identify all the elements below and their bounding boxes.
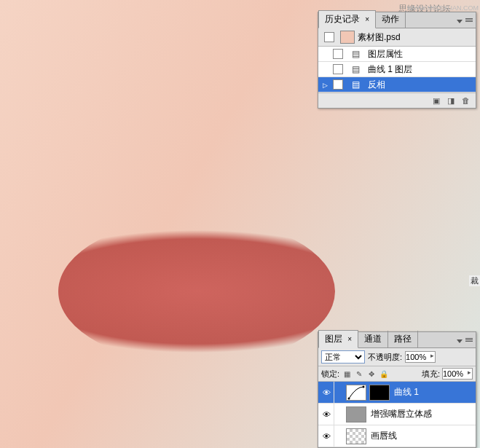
- history-item[interactable]: ▤ 曲线 1 图层: [318, 62, 476, 77]
- source-doc-name: 素材图.psd: [358, 31, 401, 44]
- lock-position-icon[interactable]: ✥: [366, 369, 377, 379]
- layers-options-row: 正常 不透明度:: [318, 348, 476, 366]
- menu-arrow-icon: [457, 339, 463, 343]
- lock-all-icon[interactable]: 🔒: [379, 369, 389, 379]
- tab-layers-label: 图层: [325, 334, 342, 344]
- svg-point-0: [348, 397, 350, 399]
- history-brush-checkbox[interactable]: [333, 64, 343, 74]
- lock-pixels-icon[interactable]: ✎: [354, 369, 364, 379]
- history-source-row[interactable]: 素材图.psd: [318, 28, 476, 47]
- history-item[interactable]: ▤ 反相: [318, 77, 476, 93]
- history-item-label: 曲线 1 图层: [365, 63, 474, 76]
- curves-icon: [347, 385, 365, 400]
- layer-list: 👁 曲线 1 👁 增强嘴唇立体感 👁 画唇线: [318, 382, 476, 447]
- lock-transparency-icon[interactable]: ▦: [342, 369, 352, 379]
- layer-name[interactable]: 曲线 1: [391, 386, 474, 398]
- layer-item[interactable]: 👁 增强嘴唇立体感: [318, 404, 476, 425]
- tab-close-icon[interactable]: ×: [365, 15, 369, 23]
- layer-item[interactable]: 👁 画唇线: [318, 425, 476, 447]
- lock-label: 锁定:: [321, 369, 339, 380]
- tab-channels[interactable]: 通道: [358, 331, 388, 347]
- curves-adjustment-thumbnail[interactable]: [346, 385, 366, 401]
- tab-layers[interactable]: 图层 ×: [318, 330, 358, 348]
- new-document-from-state-icon[interactable]: ▣: [430, 95, 442, 106]
- canvas-photo: [58, 219, 335, 364]
- history-panel-footer: ▣ ◨ 🗑: [318, 93, 476, 108]
- blend-mode-select[interactable]: 正常: [321, 350, 365, 363]
- layer-thumbnail[interactable]: [346, 428, 366, 444]
- curves-layer-icon: ▤: [346, 64, 365, 74]
- source-thumbnail: [340, 31, 355, 44]
- history-item[interactable]: ▤ 图层属性: [318, 47, 476, 62]
- fill-input[interactable]: [442, 368, 473, 380]
- layer-visibility-toggle[interactable]: 👁: [320, 404, 334, 425]
- tab-actions[interactable]: 动作: [376, 11, 406, 28]
- tab-close-icon[interactable]: ×: [347, 335, 352, 343]
- cropped-panel-label: 裁: [469, 275, 480, 286]
- tab-history-label: 历史记录: [325, 14, 360, 24]
- history-list: ▤ 图层属性 ▤ 曲线 1 图层 ▤ 反相: [318, 47, 476, 93]
- tab-channels-label: 通道: [364, 334, 382, 344]
- tab-actions-label: 动作: [382, 14, 399, 24]
- opacity-input[interactable]: [405, 351, 436, 363]
- history-brush-checkbox[interactable]: [333, 49, 343, 59]
- layer-mask-thumbnail[interactable]: [369, 385, 390, 401]
- menu-lines-icon: [465, 338, 473, 346]
- watermark-url: WWW.MISSYUAN.COM: [407, 4, 479, 12]
- lock-row: 锁定: ▦ ✎ ✥ 🔒 填充:: [318, 366, 476, 382]
- history-item-label: 反相: [365, 79, 474, 91]
- layers-panel: 图层 × 通道 路径 正常 不透明度: 锁定: ▦ ✎ ✥ 🔒 填充:: [318, 331, 476, 448]
- tab-paths[interactable]: 路径: [388, 331, 418, 347]
- svg-point-1: [363, 385, 365, 388]
- fill-label: 填充:: [422, 369, 440, 380]
- history-brush-checkbox[interactable]: [333, 79, 343, 90]
- layer-name[interactable]: 增强嘴唇立体感: [368, 408, 474, 420]
- history-source-checkbox[interactable]: [324, 32, 334, 42]
- history-panel-tabs: 历史记录 × 动作: [318, 12, 476, 28]
- layers-panel-tabs: 图层 × 通道 路径: [318, 332, 476, 348]
- layer-item[interactable]: 👁 曲线 1: [318, 382, 476, 404]
- panel-menu-button[interactable]: [452, 15, 476, 28]
- menu-lines-icon: [465, 18, 473, 26]
- layer-properties-icon: ▤: [346, 49, 365, 59]
- menu-arrow-icon: [457, 20, 463, 23]
- tab-paths-label: 路径: [394, 334, 412, 344]
- delete-state-icon[interactable]: 🗑: [460, 95, 471, 106]
- layer-visibility-toggle[interactable]: 👁: [320, 425, 334, 447]
- layer-thumbnail[interactable]: [346, 406, 366, 423]
- layer-visibility-toggle[interactable]: 👁: [320, 382, 334, 403]
- layer-name[interactable]: 画唇线: [368, 430, 474, 442]
- history-panel: 历史记录 × 动作 素材图.psd ▤ 图层属性 ▤ 曲线 1 图层: [318, 12, 476, 109]
- tab-history[interactable]: 历史记录 ×: [318, 10, 376, 28]
- panel-menu-button[interactable]: [452, 335, 476, 347]
- invert-icon: ▤: [346, 79, 365, 90]
- history-item-label: 图层属性: [365, 48, 474, 60]
- history-state-arrow: [320, 79, 330, 90]
- opacity-label: 不透明度:: [368, 352, 402, 363]
- new-snapshot-icon[interactable]: ◨: [445, 95, 457, 106]
